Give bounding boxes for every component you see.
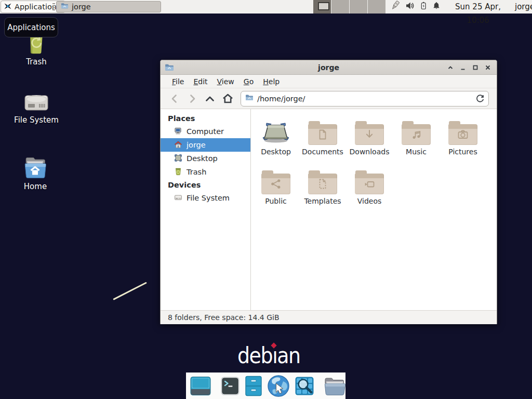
file-item-label: Videos bbox=[346, 197, 393, 205]
panel-username[interactable]: jorge bbox=[515, 0, 532, 14]
up-button[interactable] bbox=[201, 91, 219, 107]
sidebar-item-jorge[interactable]: jorge bbox=[161, 138, 250, 152]
sidebar-places-header: Places bbox=[161, 112, 250, 125]
sidebar-item-computer[interactable]: Computer bbox=[161, 125, 250, 138]
battery-icon[interactable] bbox=[419, 1, 428, 13]
desktop-icon-home[interactable]: Home bbox=[10, 154, 60, 191]
menu-edit[interactable]: Edit bbox=[189, 77, 212, 86]
sidebar-item-label: File System bbox=[187, 194, 230, 202]
statusbar-text: 8 folders, Free space: 14.4 GiB bbox=[168, 313, 280, 322]
file-item-desktop[interactable]: Desktop bbox=[252, 116, 299, 156]
sidebar-item-label: Trash bbox=[187, 168, 206, 176]
harddrive-icon bbox=[174, 193, 182, 203]
workspace-3[interactable] bbox=[350, 0, 368, 14]
dock bbox=[186, 373, 345, 399]
sidebar-item-label: Computer bbox=[187, 127, 224, 136]
desktop-icon-file-system[interactable]: File System bbox=[11, 86, 61, 125]
applications-tooltip: Applications bbox=[4, 17, 58, 37]
xfce-applications-icon bbox=[4, 2, 12, 12]
folder-icon bbox=[245, 94, 254, 104]
tasklist-handle[interactable] bbox=[52, 3, 55, 10]
window-body: Places Computer jorge Desktop Trash bbox=[161, 109, 497, 310]
top-panel: Applications jorge bbox=[0, 0, 532, 14]
sidebar-devices-header: Devices bbox=[161, 179, 250, 191]
statusbar: 8 folders, Free space: 14.4 GiB bbox=[161, 310, 497, 324]
menu-view[interactable]: View bbox=[212, 77, 239, 86]
folder-icon bbox=[308, 169, 337, 194]
file-cabinet-icon[interactable] bbox=[245, 376, 262, 396]
file-item-label: Pictures bbox=[440, 148, 486, 156]
folder-icon bbox=[61, 2, 69, 11]
file-item-public[interactable]: Public bbox=[252, 165, 299, 205]
folder-icon bbox=[355, 120, 384, 145]
file-manager-folder-icon[interactable] bbox=[324, 376, 345, 396]
file-item-label: Desktop bbox=[252, 148, 299, 156]
file-item-label: Downloads bbox=[346, 148, 393, 156]
home-icon bbox=[174, 140, 182, 150]
harddrive-icon bbox=[11, 86, 61, 113]
workspace-2[interactable] bbox=[331, 0, 350, 14]
file-manager-window: jorge File Edit View Go Help bbox=[160, 60, 497, 324]
sidebar-item-trash[interactable]: Trash bbox=[161, 165, 250, 179]
taskbar-window-button[interactable]: jorge bbox=[56, 1, 161, 12]
application-finder-icon[interactable] bbox=[295, 376, 314, 396]
file-item-documents[interactable]: Documents bbox=[299, 116, 346, 156]
menu-go[interactable]: Go bbox=[239, 77, 258, 86]
file-item-label: Public bbox=[252, 197, 299, 205]
volume-icon[interactable] bbox=[405, 1, 415, 13]
shade-button[interactable] bbox=[446, 63, 455, 72]
desktop-icon bbox=[174, 154, 182, 164]
sidebar-item-desktop[interactable]: Desktop bbox=[161, 152, 250, 165]
notifications-bell-icon[interactable] bbox=[432, 1, 441, 13]
path-bar[interactable]: /home/jorge/ bbox=[241, 91, 489, 107]
close-button[interactable] bbox=[483, 63, 493, 72]
debian-wallpaper-logo: debıan bbox=[237, 343, 300, 369]
window-titlebar[interactable]: jorge bbox=[161, 60, 497, 75]
workspace-switcher[interactable] bbox=[313, 0, 386, 14]
file-item-videos[interactable]: Videos bbox=[346, 165, 393, 205]
file-item-music[interactable]: Music bbox=[393, 116, 440, 156]
menu-help[interactable]: Help bbox=[258, 77, 284, 86]
web-browser-icon[interactable] bbox=[267, 375, 290, 397]
show-desktop-icon[interactable] bbox=[190, 376, 211, 396]
desktop-icon-label: Trash bbox=[11, 57, 61, 66]
terminal-icon[interactable] bbox=[220, 376, 240, 396]
sidebar: Places Computer jorge Desktop Trash bbox=[161, 109, 251, 310]
menu-file[interactable]: File bbox=[167, 77, 189, 86]
folder-icon bbox=[448, 120, 477, 145]
file-item-label: Templates bbox=[299, 197, 346, 205]
window-controls bbox=[446, 60, 493, 75]
home-button[interactable] bbox=[219, 91, 236, 107]
reload-icon[interactable] bbox=[475, 94, 485, 105]
sidebar-item-file-system[interactable]: File System bbox=[161, 191, 250, 205]
desktop: Applications jorge bbox=[0, 0, 532, 399]
forward-button[interactable] bbox=[183, 91, 201, 107]
cursor-trail-artifact bbox=[113, 282, 147, 300]
folder-icon bbox=[355, 169, 384, 194]
back-button[interactable] bbox=[166, 91, 183, 107]
workspace-4[interactable] bbox=[368, 0, 386, 14]
sidebar-item-label: jorge bbox=[187, 141, 206, 149]
file-item-pictures[interactable]: Pictures bbox=[440, 116, 486, 156]
file-grid: Desktop Documents Downloads bbox=[251, 109, 497, 310]
applications-menu-button[interactable]: Applications bbox=[1, 1, 65, 13]
file-item-downloads[interactable]: Downloads bbox=[346, 116, 393, 156]
home-folder-icon bbox=[10, 154, 60, 180]
workspace-1[interactable] bbox=[313, 0, 331, 14]
trash-icon bbox=[174, 167, 182, 177]
computer-icon bbox=[174, 127, 182, 137]
folder-icon bbox=[402, 120, 431, 145]
sidebar-item-label: Desktop bbox=[187, 154, 218, 163]
folder-icon bbox=[308, 120, 337, 145]
maximize-button[interactable] bbox=[471, 63, 480, 72]
system-tray bbox=[390, 2, 441, 12]
desktop-icon-label: Home bbox=[10, 182, 60, 191]
menubar: File Edit View Go Help bbox=[161, 75, 497, 88]
path-input[interactable]: /home/jorge/ bbox=[257, 95, 305, 103]
file-item-label: Documents bbox=[299, 148, 346, 156]
stylus-icon[interactable] bbox=[390, 1, 401, 13]
minimize-button[interactable] bbox=[458, 63, 468, 72]
file-item-templates[interactable]: Templates bbox=[299, 165, 346, 205]
applications-tooltip-text: Applications bbox=[7, 23, 55, 32]
clock[interactable]: Sun 25 Apr, 10:06 bbox=[445, 0, 511, 14]
